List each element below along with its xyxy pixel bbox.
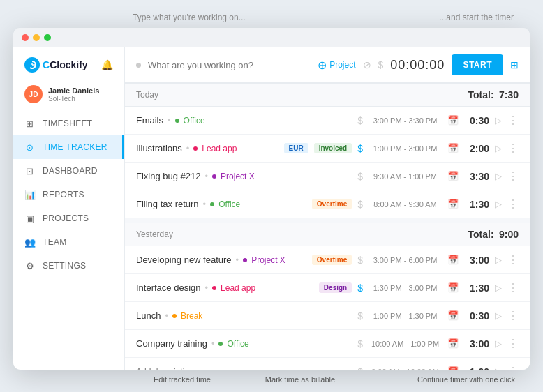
- sidebar-item-reports[interactable]: 📊 REPORTS: [13, 183, 124, 206]
- project-dot: [243, 258, 247, 262]
- billable-icon[interactable]: $: [378, 59, 384, 70]
- bell-icon[interactable]: 🔔: [101, 59, 113, 70]
- entry-project: Break: [181, 311, 202, 321]
- logo-icon: [24, 57, 40, 73]
- entry-duration: 1:00: [464, 366, 489, 370]
- entry-filing-tax: Filing tax return • Office Overtime $ 8:…: [125, 190, 530, 218]
- team-icon: 👥: [24, 236, 36, 248]
- calendar-icon[interactable]: 📅: [447, 115, 459, 126]
- more-icon[interactable]: ⋮: [507, 142, 519, 155]
- entry-project: Project X: [221, 172, 255, 181]
- timesheet-icon: ⊞: [24, 118, 36, 129]
- play-icon[interactable]: ▷: [495, 310, 502, 321]
- more-icon[interactable]: ⋮: [507, 365, 519, 370]
- close-button[interactable]: [22, 34, 29, 41]
- entry-duration: 0:30: [464, 115, 489, 126]
- calendar-icon[interactable]: 📅: [447, 199, 459, 209]
- play-icon[interactable]: ▷: [495, 199, 502, 209]
- entry-time-range[interactable]: 1:30 PM - 3:00 PM: [369, 284, 442, 292]
- minimize-button[interactable]: [33, 34, 40, 41]
- sidebar-item-projects[interactable]: ▣ PROJECTS: [13, 206, 124, 230]
- start-button[interactable]: START: [452, 54, 503, 75]
- billable-dollar-icon[interactable]: $: [357, 310, 363, 322]
- maximize-button[interactable]: [44, 34, 51, 41]
- mode-toggle-icon[interactable]: ⊞: [510, 59, 519, 70]
- yesterday-total: Total: 9:00: [468, 229, 519, 240]
- entry-time-range[interactable]: 8:00 AM - 9:30 AM: [369, 200, 442, 209]
- sidebar-item-label: TEAM: [43, 237, 67, 247]
- yesterday-group: Yesterday Total: 9:00 Developing new fea…: [125, 223, 530, 370]
- add-entry-row: $ 9:00 AM - 10:00 AM 📅 1:00 ▷ ⋮: [125, 358, 530, 370]
- entry-project: Office: [218, 199, 240, 209]
- billable-dollar-icon[interactable]: $: [357, 255, 363, 266]
- play-icon[interactable]: ▷: [495, 171, 502, 181]
- sidebar-item-dashboard[interactable]: ⊡ DASHBOARD: [13, 159, 124, 183]
- entry-illustrations: Illustrations • Lead app EUR Invoiced $ …: [125, 135, 530, 163]
- entry-time-range[interactable]: 1:00 PM - 1:30 PM: [369, 312, 442, 320]
- sidebar-item-label: TIME TRACKER: [43, 142, 107, 152]
- traffic-lights: [22, 34, 51, 41]
- sidebar-item-time-tracker[interactable]: ⊙ TIME TRACKER: [13, 135, 124, 159]
- dashboard-icon: ⊡: [24, 165, 36, 176]
- calendar-icon[interactable]: 📅: [447, 366, 459, 370]
- billable-dollar-icon[interactable]: $: [357, 338, 363, 349]
- calendar-icon[interactable]: 📅: [447, 310, 459, 321]
- task-input[interactable]: [148, 60, 311, 70]
- calendar-icon[interactable]: 📅: [447, 282, 459, 293]
- sidebar-item-label: SETTINGS: [43, 261, 86, 271]
- hint-type: Type what you're working on...: [133, 13, 246, 22]
- app-body: CClockify 🔔 JD Jamie Daniels Sol-Tech ⊞ …: [13, 47, 530, 370]
- play-icon[interactable]: ▷: [495, 115, 502, 126]
- project-button[interactable]: ⊕ Project: [318, 59, 355, 72]
- entry-time-range[interactable]: 3:00 PM - 3:30 PM: [369, 116, 442, 125]
- play-icon[interactable]: ▷: [495, 282, 502, 293]
- entry-time-range[interactable]: 10:00 AM - 1:00 PM: [369, 340, 442, 348]
- entry-time-range[interactable]: 1:00 PM - 3:00 PM: [369, 144, 442, 153]
- sidebar-item-settings[interactable]: ⚙ SETTINGS: [13, 254, 124, 278]
- more-icon[interactable]: ⋮: [507, 281, 519, 294]
- entry-fixing-bug: Fixing bug #212 • Project X $ 9:30 AM - …: [125, 163, 530, 190]
- entry-time-range[interactable]: 3:00 PM - 6:00 PM: [369, 256, 442, 264]
- sidebar-item-team[interactable]: 👥 TEAM: [13, 230, 124, 254]
- more-icon[interactable]: ⋮: [507, 169, 519, 183]
- billable-dollar-icon[interactable]: $: [357, 199, 363, 210]
- avatar: JD: [24, 85, 43, 103]
- main-content: ⊕ Project ⊘ $ 00:00:00 START ⊞ Today: [125, 47, 530, 370]
- play-icon[interactable]: ▷: [495, 255, 502, 265]
- entry-time-range[interactable]: 9:30 AM - 1:00 PM: [369, 172, 442, 181]
- more-icon[interactable]: ⋮: [507, 114, 519, 127]
- billable-dollar-icon[interactable]: $: [357, 282, 363, 294]
- timer-bar: ⊕ Project ⊘ $ 00:00:00 START ⊞: [125, 47, 530, 83]
- entry-emails: Emails • Office $ 3:00 PM - 3:30 PM 📅 0:…: [125, 107, 530, 135]
- logo: CClockify: [24, 57, 88, 73]
- more-icon[interactable]: ⋮: [507, 337, 519, 350]
- play-icon[interactable]: ▷: [495, 338, 502, 349]
- play-icon[interactable]: ▷: [495, 143, 502, 153]
- badge-overtime: Overtime: [312, 199, 352, 209]
- entry-developing: Developing new feature • Project X Overt…: [125, 246, 530, 274]
- sidebar-item-label: REPORTS: [43, 190, 84, 199]
- billable-dollar-icon[interactable]: $: [357, 171, 363, 182]
- project-dot: [175, 119, 179, 123]
- timer-display: 00:00:00: [390, 58, 445, 73]
- entry-description: Interface design • Lead app: [136, 282, 313, 293]
- more-icon[interactable]: ⋮: [507, 197, 519, 211]
- calendar-icon[interactable]: 📅: [447, 338, 459, 349]
- settings-icon: ⚙: [24, 260, 36, 271]
- entry-project: Office: [184, 116, 205, 126]
- play-icon[interactable]: ▷: [495, 366, 502, 370]
- sidebar-item-timesheet[interactable]: ⊞ TIMESHEET: [13, 112, 124, 135]
- today-group: Today Total: 7:30 Emails •: [125, 83, 530, 218]
- billable-dollar-icon[interactable]: $: [357, 366, 363, 370]
- entry-company-training: Company training • Office $ 10:00 AM - 1…: [125, 330, 530, 358]
- billable-dollar-icon[interactable]: $: [357, 115, 363, 126]
- more-icon[interactable]: ⋮: [507, 309, 519, 322]
- more-icon[interactable]: ⋮: [507, 253, 519, 266]
- tag-icon[interactable]: ⊘: [363, 59, 371, 70]
- billable-dollar-icon[interactable]: $: [357, 143, 363, 154]
- calendar-icon[interactable]: 📅: [447, 171, 459, 181]
- calendar-icon[interactable]: 📅: [447, 143, 459, 153]
- entry-description: Developing new feature • Project X: [136, 255, 306, 265]
- add-description-input[interactable]: [136, 367, 352, 370]
- calendar-icon[interactable]: 📅: [447, 255, 459, 265]
